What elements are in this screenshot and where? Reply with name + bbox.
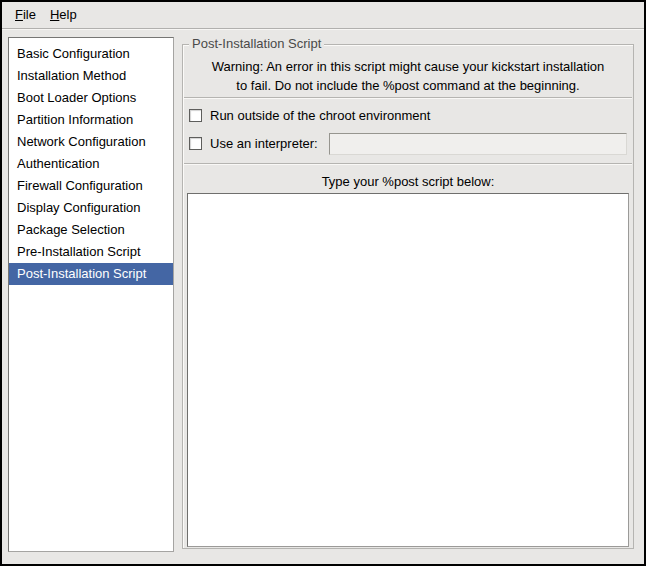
sidebar-item-partition-information[interactable]: Partition Information <box>9 109 173 131</box>
separator <box>184 163 632 165</box>
sidebar-item-pre-installation-script[interactable]: Pre-Installation Script <box>9 241 173 263</box>
menu-accel: H <box>50 7 59 22</box>
menu-bar: FileHelp <box>2 2 644 29</box>
interpreter-input[interactable] <box>329 133 627 155</box>
menu-accel: F <box>15 7 23 22</box>
interpreter-checkbox[interactable] <box>189 137 202 150</box>
interpreter-checkbox-label: Use an interpreter: <box>210 136 318 151</box>
frame-title: Post-Installation Script <box>189 36 324 51</box>
sidebar-item-package-selection[interactable]: Package Selection <box>9 219 173 241</box>
content-frame: Post-Installation Script Warning: An err… <box>182 44 634 549</box>
window: FileHelp Basic ConfigurationInstallation… <box>0 0 646 566</box>
sidebar-item-basic-configuration[interactable]: Basic Configuration <box>9 43 173 65</box>
sidebar-item-installation-method[interactable]: Installation Method <box>9 65 173 87</box>
sidebar-item-post-installation-script[interactable]: Post-Installation Script <box>9 263 173 285</box>
chroot-checkbox-row: Run outside of the chroot environment <box>189 108 430 123</box>
warning-line-1: Warning: An error in this script might c… <box>183 57 633 76</box>
warning-line-2: to fail. Do not include the %post comman… <box>183 76 633 95</box>
chroot-checkbox[interactable] <box>189 109 202 122</box>
sidebar-item-boot-loader-options[interactable]: Boot Loader Options <box>9 87 173 109</box>
sidebar-item-authentication[interactable]: Authentication <box>9 153 173 175</box>
warning-text: Warning: An error in this script might c… <box>183 57 633 95</box>
menu-item-help[interactable]: Help <box>43 2 84 28</box>
script-prompt-label: Type your %post script below: <box>183 174 633 189</box>
menu-item-file[interactable]: File <box>8 2 43 28</box>
chroot-checkbox-label: Run outside of the chroot environment <box>210 108 430 123</box>
sidebar-list[interactable]: Basic ConfigurationInstallation MethodBo… <box>8 37 174 552</box>
separator <box>184 97 632 99</box>
sidebar-item-firewall-configuration[interactable]: Firewall Configuration <box>9 175 173 197</box>
script-textarea[interactable] <box>187 193 629 547</box>
sidebar-item-network-configuration[interactable]: Network Configuration <box>9 131 173 153</box>
sidebar-item-display-configuration[interactable]: Display Configuration <box>9 197 173 219</box>
interpreter-checkbox-row: Use an interpreter: <box>189 136 318 151</box>
